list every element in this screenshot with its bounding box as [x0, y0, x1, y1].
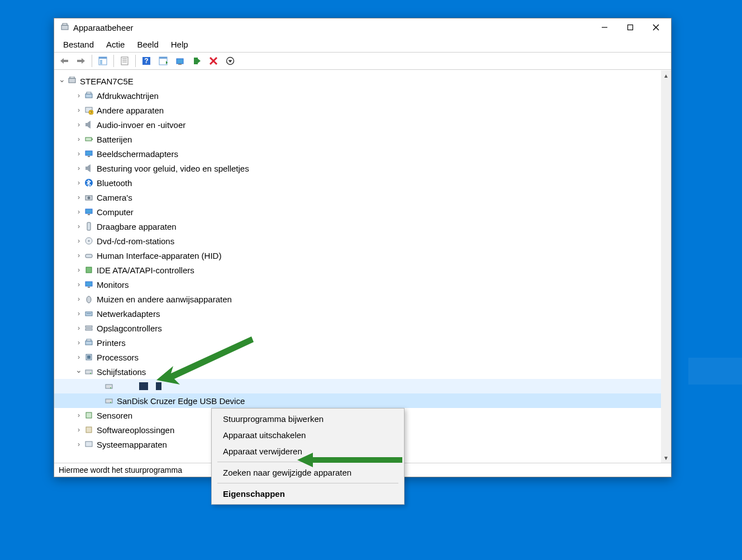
expand-icon[interactable]: › [74, 251, 83, 259]
hid-icon [83, 250, 94, 260]
tree-category[interactable]: ›Monitors [54, 277, 661, 292]
tree-category[interactable]: ›Audio-invoer en -uitvoer [54, 117, 661, 132]
expand-icon[interactable]: › [74, 324, 83, 332]
tree-category[interactable]: ›Dvd-/cd-rom-stations [54, 234, 661, 248]
tree-item-label: Systeemapparaten [97, 440, 167, 449]
tree-category[interactable]: ›Camera's [54, 190, 661, 205]
menu-help[interactable]: Help [165, 39, 194, 50]
scroll-down-button[interactable]: ▼ [661, 453, 671, 463]
expand-icon[interactable]: › [74, 150, 83, 158]
device-tree[interactable]: ⌄STEFAN7C5E›Afdrukwachtrijen›?Andere app… [54, 70, 661, 463]
expand-icon[interactable]: › [74, 266, 83, 274]
toolbar-separator [135, 55, 136, 67]
toolbar: ? [54, 52, 671, 70]
uninstall-device-button[interactable] [206, 53, 221, 69]
ctx-properties[interactable]: Eigenschappen [213, 486, 403, 502]
context-menu: Stuurprogramma bijwerken Apparaat uitsch… [211, 408, 405, 505]
properties-button[interactable] [117, 53, 132, 69]
printer-icon [83, 91, 94, 101]
svg-point-73 [110, 402, 111, 403]
svg-rect-30 [69, 78, 75, 83]
expand-icon[interactable]: › [74, 281, 83, 288]
menubar: Bestand Actie Beeld Help [54, 36, 671, 52]
tree-category[interactable]: ›Printers [54, 335, 661, 350]
speaker-icon [83, 120, 94, 130]
ctx-uninstall-device[interactable]: Apparaat verwijderen [213, 443, 403, 459]
tree-category[interactable]: ›Afdrukwachtrijen [54, 88, 661, 103]
tree-category[interactable]: ›Beeldschermadapters [54, 146, 661, 161]
tree-item-sandisk[interactable]: SanDisk Cruzer Edge USB Device [54, 393, 661, 408]
expand-icon[interactable]: › [74, 121, 83, 129]
expand-icon[interactable]: › [74, 92, 83, 99]
scroll-up-button[interactable]: ▲ [661, 70, 671, 80]
expand-icon[interactable]: › [74, 193, 83, 201]
ctx-scan-hardware[interactable]: Zoeken naar gewijzigde apparaten [213, 464, 403, 481]
disc-icon [83, 236, 94, 246]
tree-category[interactable]: ›Muizen en andere aanwijsapparaten [54, 292, 661, 306]
phone-icon [83, 221, 94, 231]
tree-category[interactable]: ›Computer [54, 205, 661, 219]
maximize-button[interactable] [617, 18, 643, 36]
ctx-update-driver[interactable]: Stuurprogramma bijwerken [213, 411, 403, 427]
svg-rect-39 [85, 137, 92, 141]
menu-bestand[interactable]: Bestand [58, 39, 99, 50]
svg-rect-13 [121, 57, 128, 65]
tree-item-label: Opslagcontrollers [97, 324, 162, 333]
expand-icon[interactable]: › [74, 411, 83, 419]
tree-item-disk-0[interactable] [54, 379, 661, 393]
monitor-icon [83, 279, 94, 290]
expand-icon[interactable]: › [74, 106, 83, 114]
soft-icon [83, 425, 94, 435]
expand-icon[interactable]: › [74, 440, 83, 448]
tree-category[interactable]: ›Draagbare apparaten [54, 219, 661, 234]
drive-icon [103, 396, 115, 406]
monitor-icon [83, 149, 94, 159]
ctx-disable-device[interactable]: Apparaat uitschakelen [213, 427, 403, 443]
tree-category[interactable]: ›Bluetooth [54, 175, 661, 190]
vertical-scrollbar[interactable]: ▲ ▼ [661, 70, 671, 463]
expand-icon[interactable]: › [74, 135, 83, 143]
tree-category[interactable]: ›Besturing voor geluid, video en spellet… [54, 161, 661, 175]
forward-button[interactable] [73, 53, 89, 69]
svg-rect-54 [86, 267, 92, 273]
expand-icon[interactable]: › [74, 295, 83, 303]
tree-category[interactable]: ›?Andere apparaten [54, 103, 661, 117]
tree-item-label: Netwerkadapters [97, 309, 160, 319]
svg-marker-8 [82, 58, 85, 64]
expand-icon[interactable]: › [74, 164, 83, 172]
tree-category[interactable]: ›IDE ATA/ATAPI-controllers [54, 263, 661, 277]
collapse-icon[interactable]: ⌄ [74, 366, 83, 374]
expand-icon[interactable]: › [74, 339, 83, 347]
expand-icon[interactable]: › [74, 222, 83, 230]
svg-rect-20 [159, 57, 167, 59]
expand-icon[interactable]: › [74, 208, 83, 216]
show-hide-tree-button[interactable] [95, 53, 111, 69]
cpu-icon [83, 352, 94, 362]
svg-rect-37 [85, 123, 88, 126]
expand-icon[interactable]: › [74, 237, 83, 245]
tree-category[interactable]: ›Human Interface-apparaten (HID) [54, 248, 661, 263]
ctx-separator [217, 483, 398, 483]
help-button[interactable]: ? [139, 53, 154, 69]
collapse-icon[interactable]: ⌄ [58, 75, 66, 84]
expand-icon[interactable]: › [74, 310, 83, 317]
tree-category[interactable]: ›Processors [54, 350, 661, 364]
tree-category[interactable]: ›Batterijen [54, 132, 661, 146]
tree-category[interactable]: ›Opslagcontrollers [54, 321, 661, 335]
minimize-button[interactable] [592, 18, 617, 36]
update-driver-button[interactable] [172, 53, 188, 69]
scan-hardware-button[interactable] [155, 53, 171, 69]
tree-item-label: Monitors [97, 280, 129, 290]
menu-actie[interactable]: Actie [101, 39, 130, 50]
expand-icon[interactable]: › [74, 426, 83, 434]
close-button[interactable] [643, 18, 669, 36]
back-button[interactable] [56, 53, 72, 69]
expand-icon[interactable]: › [74, 353, 83, 361]
tree-root[interactable]: ⌄STEFAN7C5E [54, 74, 661, 88]
enable-device-button[interactable] [189, 53, 204, 69]
expand-icon[interactable]: › [74, 179, 83, 187]
menu-beeld[interactable]: Beeld [131, 39, 164, 50]
tree-category-schijfstations[interactable]: ⌄Schijfstations [54, 364, 661, 379]
dropdown-button[interactable] [222, 53, 238, 69]
tree-category[interactable]: ›Netwerkadapters [54, 306, 661, 321]
